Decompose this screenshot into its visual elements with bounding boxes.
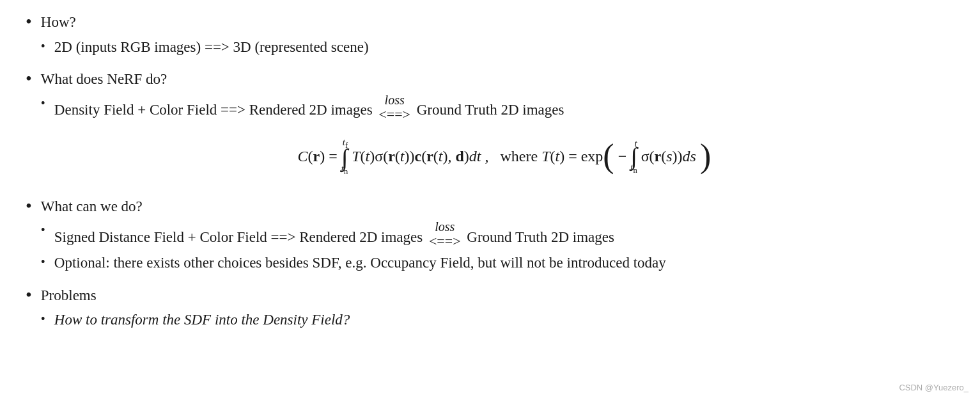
integral2-lower-tn: tn [630, 162, 637, 175]
bullet-2d3d: • [41, 37, 45, 55]
text-2d3d: 2D (inputs RGB images) ==> 3D (represent… [54, 39, 369, 55]
sdf-field-text: Signed Distance Field + Color Field ==> … [54, 227, 426, 249]
list-item-problems: • Problems • How to transform the SDF in… [26, 285, 954, 335]
bullet-optional: • [41, 253, 45, 271]
sub-list-problems: • How to transform the SDF into the Dens… [41, 309, 954, 332]
density-field-text: Density Field + Color Field ==> Rendered… [54, 99, 377, 122]
content-formula: C(r) = tf ∫ tn T(t)σ(r(t))c(r(t), d)dt ,… [54, 125, 954, 186]
sub-item-density-color: • Density Field + Color Field ==> Render… [41, 93, 954, 122]
formula-block: C(r) = tf ∫ tn T(t)σ(r(t))c(r(t), d)dt ,… [54, 137, 954, 177]
sub-list-how: • 2D (inputs RGB images) ==> 3D (represe… [41, 36, 954, 59]
sub-list-nerf: • Density Field + Color Field ==> Render… [41, 93, 954, 186]
ground-truth-sdf: Ground Truth 2D images [463, 227, 614, 249]
integral-lower-tn: tn [341, 163, 348, 177]
transform-text: How to transform the SDF into the Densit… [54, 312, 350, 328]
list-item-what-can: • What can we do? • Signed Distance Fiel… [26, 196, 954, 278]
bullet-sdf: • [41, 221, 45, 239]
content-how: How? • 2D (inputs RGB images) ==> 3D (re… [41, 12, 954, 62]
main-list: • How? • 2D (inputs RGB images) ==> 3D (… [26, 12, 954, 335]
double-arrow-sdf: <==> [429, 234, 461, 248]
sub-item-optional: • Optional: there exists other choices b… [41, 252, 954, 275]
sub-item-formula: • C(r) = tf ∫ tn [41, 125, 954, 186]
list-item-nerf: • What does NeRF do? • Density Field + C… [26, 68, 954, 189]
what-can-label: What can we do? [41, 198, 143, 214]
list-item-how: • How? • 2D (inputs RGB images) ==> 3D (… [26, 12, 954, 62]
loss-label-nerf: loss [385, 93, 405, 106]
content-nerf: What does NeRF do? • Density Field + Col… [41, 68, 954, 189]
integral-main: tf ∫ tn [341, 137, 348, 177]
content-2d3d: 2D (inputs RGB images) ==> 3D (represent… [54, 36, 954, 59]
content-what-can: What can we do? • Signed Distance Field … [41, 196, 954, 278]
content-density: Density Field + Color Field ==> Rendered… [54, 93, 954, 122]
bullet-nerf: • [26, 66, 32, 91]
nerf-label: What does NeRF do? [41, 71, 167, 87]
content-sdf: Signed Distance Field + Color Field ==> … [54, 220, 954, 248]
watermark: CSDN @Yuezero_ [899, 383, 968, 392]
paren-left: ( [603, 142, 614, 170]
loss-arrow-sdf: loss <==> [429, 220, 461, 248]
bullet-how: • [26, 9, 32, 34]
double-arrow-nerf: <==> [378, 108, 410, 122]
sub-item-sdf: • Signed Distance Field + Color Field ==… [41, 220, 954, 248]
sub-item-2d3d: • 2D (inputs RGB images) ==> 3D (represe… [41, 36, 954, 59]
bullet-transform: • [41, 310, 45, 328]
loss-arrow-nerf: loss <==> [378, 93, 410, 122]
sub-item-transform: • How to transform the SDF into the Dens… [41, 309, 954, 332]
bullet-problems: • [26, 282, 32, 307]
integral-secondary: t ∫ tn [630, 138, 637, 175]
loss-label-sdf: loss [435, 220, 455, 233]
bullet-what-can: • [26, 193, 32, 218]
optional-text: Optional: there exists other choices bes… [54, 255, 666, 271]
content-optional: Optional: there exists other choices bes… [54, 252, 954, 275]
paren-right: ) [700, 142, 711, 170]
content-transform: How to transform the SDF into the Densit… [54, 309, 954, 332]
how-label: How? [41, 14, 76, 30]
bullet-density: • [41, 94, 45, 112]
ground-truth-nerf: Ground Truth 2D images [413, 99, 564, 122]
formula-C-r: C(r) = tf ∫ tn T(t)σ(r(t))c(r(t), d)dt ,… [298, 137, 712, 177]
sub-list-what-can: • Signed Distance Field + Color Field ==… [41, 220, 954, 275]
content-problems: Problems • How to transform the SDF into… [41, 285, 954, 335]
problems-label: Problems [41, 287, 97, 303]
